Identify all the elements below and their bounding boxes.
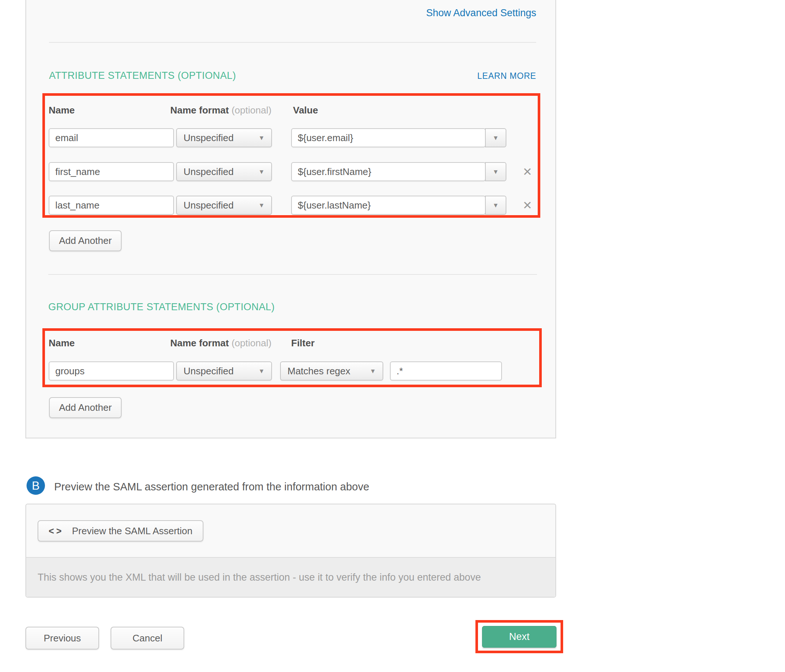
- preview-saml-assertion-button[interactable]: <> Preview the SAML Assertion: [38, 520, 203, 542]
- group-filter-type-value: Matches regex: [288, 366, 350, 377]
- annotation-box-attribute-statements: Name Name format (optional) Value Unspec…: [42, 93, 540, 218]
- column-header-name-format: Name format (optional): [170, 338, 272, 349]
- chevron-down-icon: ▼: [493, 135, 499, 141]
- remove-row-icon[interactable]: ✕: [519, 164, 535, 180]
- attribute-value-input[interactable]: [291, 195, 486, 215]
- column-header-optional-note: (optional): [231, 338, 271, 349]
- chevron-down-icon: ▼: [493, 169, 499, 175]
- add-another-group-attribute-button[interactable]: Add Another: [49, 397, 122, 418]
- chevron-down-icon: ▼: [258, 368, 264, 374]
- attribute-value-group: ▼: [291, 195, 507, 215]
- preview-note-strip: This shows you the XML that will be used…: [26, 557, 555, 597]
- attribute-name-input[interactable]: [48, 128, 174, 147]
- attribute-row: Unspecified ▼ ▼ ✕: [45, 162, 538, 181]
- remove-row-icon[interactable]: ✕: [519, 197, 535, 213]
- column-header-optional-note: (optional): [231, 105, 271, 116]
- group-attribute-table-head: Name Name format (optional) Filter: [45, 338, 539, 352]
- attribute-statements-header: ATTRIBUTE STATEMENTS (OPTIONAL) LEARN MO…: [49, 70, 536, 81]
- group-filter-type-select[interactable]: Matches regex ▼: [280, 361, 383, 381]
- step-b-badge: B: [27, 477, 45, 495]
- chevron-down-icon: ▼: [370, 368, 376, 374]
- attribute-value-input[interactable]: [291, 128, 486, 147]
- group-name-format-value: Unspecified: [183, 366, 234, 377]
- preview-section-heading: Preview the SAML assertion generated fro…: [54, 481, 369, 493]
- cancel-button[interactable]: Cancel: [111, 627, 184, 650]
- preview-note-text: This shows you the XML that will be used…: [38, 572, 481, 583]
- group-name-format-select[interactable]: Unspecified ▼: [176, 361, 272, 381]
- column-header-value: Value: [293, 105, 318, 116]
- add-another-attribute-button[interactable]: Add Another: [49, 230, 122, 251]
- group-attribute-statements-header: GROUP ATTRIBUTE STATEMENTS (OPTIONAL): [48, 302, 766, 313]
- attribute-statements-title: ATTRIBUTE STATEMENTS (OPTIONAL): [49, 70, 236, 81]
- attribute-value-group: ▼: [291, 128, 507, 147]
- chevron-down-icon: ▼: [258, 169, 264, 175]
- column-header-filter: Filter: [291, 338, 315, 349]
- preview-saml-assertion-label: Preview the SAML Assertion: [72, 525, 192, 537]
- attribute-table-head: Name Name format (optional) Value: [45, 105, 538, 119]
- attribute-name-input[interactable]: [48, 195, 174, 215]
- divider: [48, 274, 537, 275]
- column-header-name-format-label: Name format: [170, 105, 229, 116]
- code-icon: <>: [48, 526, 64, 536]
- attribute-name-format-value: Unspecified: [183, 132, 234, 144]
- attribute-value-dropdown-button[interactable]: ▼: [485, 162, 507, 181]
- attribute-value-dropdown-button[interactable]: ▼: [485, 195, 507, 215]
- group-filter-value-input[interactable]: [390, 361, 502, 381]
- annotation-box-group-attribute-statements: Name Name format (optional) Filter Unspe…: [42, 328, 542, 387]
- attribute-row: Unspecified ▼ ▼: [45, 128, 538, 147]
- chevron-down-icon: ▼: [258, 202, 264, 208]
- attribute-value-dropdown-button[interactable]: ▼: [485, 128, 507, 147]
- preview-assertion-panel: <> Preview the SAML Assertion This shows…: [25, 504, 556, 598]
- attribute-row: Unspecified ▼ ▼ ✕: [45, 195, 538, 215]
- chevron-down-icon: ▼: [493, 202, 499, 208]
- column-header-name: Name: [48, 105, 75, 116]
- column-header-name: Name: [48, 338, 75, 349]
- attribute-name-format-value: Unspecified: [183, 200, 234, 211]
- group-name-input[interactable]: [48, 361, 174, 381]
- attribute-name-format-select[interactable]: Unspecified ▼: [176, 195, 272, 215]
- show-advanced-settings-link[interactable]: Show Advanced Settings: [426, 7, 536, 19]
- attribute-name-format-value: Unspecified: [183, 166, 234, 178]
- next-button[interactable]: Next: [482, 626, 557, 648]
- group-attribute-statements-title: GROUP ATTRIBUTE STATEMENTS (OPTIONAL): [48, 302, 275, 313]
- attribute-name-input[interactable]: [48, 162, 174, 181]
- column-header-name-format-label: Name format: [170, 338, 229, 349]
- attribute-value-group: ▼: [291, 162, 507, 181]
- group-attribute-row: Unspecified ▼ Matches regex ▼: [45, 361, 539, 381]
- learn-more-link[interactable]: LEARN MORE: [477, 71, 536, 81]
- previous-button[interactable]: Previous: [25, 627, 99, 650]
- divider: [49, 42, 536, 43]
- column-header-name-format: Name format (optional): [170, 105, 272, 116]
- chevron-down-icon: ▼: [258, 135, 264, 141]
- annotation-box-next-button: Next: [475, 620, 563, 653]
- attribute-name-format-select[interactable]: Unspecified ▼: [176, 128, 272, 147]
- attribute-name-format-select[interactable]: Unspecified ▼: [176, 162, 272, 181]
- attribute-value-input[interactable]: [291, 162, 486, 181]
